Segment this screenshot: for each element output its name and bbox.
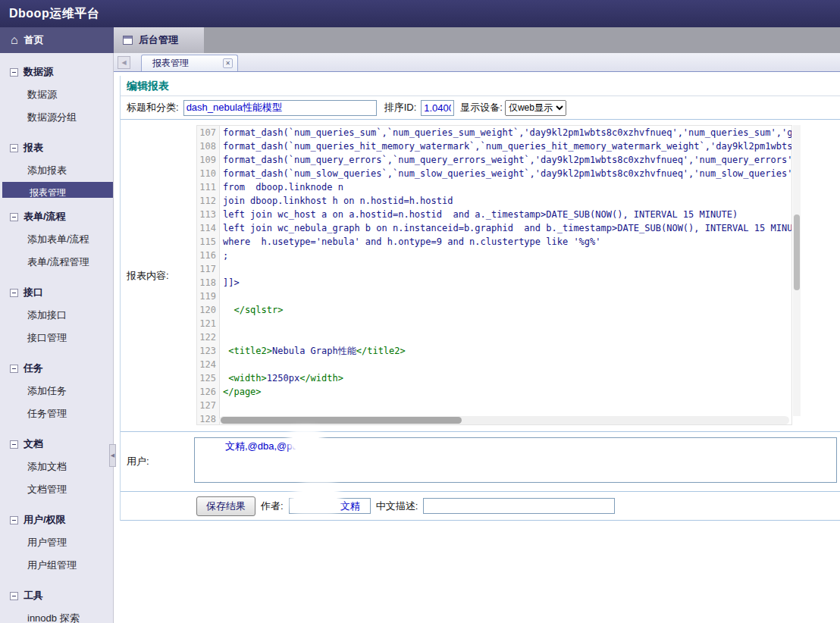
sidebar-section-header[interactable]: 数据源 xyxy=(0,61,113,83)
sidebar-item[interactable]: 添加任务 xyxy=(0,380,113,402)
code-line: format_dash(`num_queries_hit_memory_wate… xyxy=(223,139,791,153)
line-number: 111 xyxy=(197,180,216,194)
sidebar-section-header[interactable]: 表单/流程 xyxy=(0,205,113,228)
collapse-section-icon[interactable] xyxy=(10,365,18,373)
sidebar-section: 工具innodb 探索数据追踪 xyxy=(0,584,113,623)
sidebar-section-header[interactable]: 文档 xyxy=(0,433,113,456)
sidebar-section-label: 工具 xyxy=(24,589,43,603)
editor-gutter: 1071081091101111121131141151161171181191… xyxy=(197,126,220,424)
code-line: <width>1250px</width> xyxy=(223,371,791,385)
user-label: 用户: xyxy=(127,455,149,468)
code-line: join dboop.linkhost h on n.hostid=h.host… xyxy=(223,194,791,208)
redaction-overlay xyxy=(292,432,319,450)
edit-report-form: 编辑报表 标题和分类: 排序ID: 显示设备: 仅web显示 报表内容: 107… xyxy=(120,76,840,521)
editor-horizontal-scrollbar[interactable] xyxy=(219,416,789,424)
line-number: 127 xyxy=(197,399,216,412)
sidebar-section: 数据源数据源数据源分组 xyxy=(0,61,113,129)
line-number: 109 xyxy=(197,153,216,167)
collapse-section-icon[interactable] xyxy=(10,144,18,152)
code-line xyxy=(223,317,791,330)
form-row-user: 用户: xyxy=(121,432,840,492)
sidebar-section-header[interactable]: 任务 xyxy=(0,357,113,380)
line-number: 122 xyxy=(197,330,216,344)
code-editor[interactable]: 1071081091101111121131141151161171181191… xyxy=(196,125,792,425)
collapse-section-icon[interactable] xyxy=(10,68,18,77)
sidebar-section-label: 用户/权限 xyxy=(24,513,66,527)
app-window: Dboop运维平台 ⌂ 首页 后台管理 数据源数据源数据源分组报表添加报表报表管… xyxy=(0,0,840,623)
line-number: 107 xyxy=(197,126,216,139)
sidebar-item[interactable]: 添加接口 xyxy=(0,304,113,327)
sidebar-item[interactable]: 文档管理 xyxy=(0,478,113,501)
line-number: 114 xyxy=(197,221,216,235)
sidebar-item[interactable]: 报表管理 xyxy=(2,182,113,198)
topbar: Dboop运维平台 xyxy=(0,0,840,27)
code-line: left join wc_host a on a.hostid=n.hostid… xyxy=(223,208,791,221)
collapse-sidebar-handle[interactable]: ◀ xyxy=(109,444,116,467)
sidebar-item[interactable]: 任务管理 xyxy=(0,402,113,425)
content-area: 编辑报表 标题和分类: 排序ID: 显示设备: 仅web显示 报表内容: 107… xyxy=(114,72,840,623)
form-row-meta: 标题和分类: 排序ID: 显示设备: 仅web显示 xyxy=(121,96,840,120)
line-number: 117 xyxy=(197,262,216,276)
code-line xyxy=(223,330,791,344)
tab-report-management[interactable]: 报表管理 ✕ xyxy=(141,55,238,71)
code-line: left join wc_nebula_graph b on n.instanc… xyxy=(223,221,791,235)
code-line: </sqlstr> xyxy=(223,303,791,317)
collapse-section-icon[interactable] xyxy=(10,213,18,221)
save-button[interactable]: 保存结果 xyxy=(196,496,255,516)
sidebar-item[interactable]: 数据源分组 xyxy=(0,106,113,129)
code-line: ]]> xyxy=(223,276,791,290)
collapse-section-icon[interactable] xyxy=(10,592,18,600)
device-select[interactable]: 仅web显示 xyxy=(505,100,566,116)
sidebar-section: 接口添加接口接口管理 xyxy=(0,281,113,349)
nav-row: ⌂ 首页 后台管理 xyxy=(0,27,840,53)
editor-vertical-scrollbar[interactable] xyxy=(793,125,801,416)
sidebar-section-header[interactable]: 报表 xyxy=(0,136,113,159)
collapse-section-icon[interactable] xyxy=(10,516,18,524)
title-category-label: 标题和分类: xyxy=(127,101,179,114)
title-category-input[interactable] xyxy=(183,100,377,116)
sort-id-input[interactable] xyxy=(421,100,454,116)
line-number: 118 xyxy=(197,276,216,290)
sidebar-section-label: 表单/流程 xyxy=(24,210,66,224)
sidebar-item[interactable]: 添加文档 xyxy=(0,456,113,478)
code-line: format_dash(`num_query_errors`,`num_quer… xyxy=(223,153,791,167)
main-tab-label: 后台管理 xyxy=(139,33,178,47)
sidebar-section-label: 任务 xyxy=(24,362,43,375)
line-number: 116 xyxy=(197,249,216,262)
sidebar-item[interactable]: 数据源 xyxy=(0,83,113,106)
sidebar-item[interactable]: 接口管理 xyxy=(0,327,113,349)
sidebar-item[interactable]: 用户组管理 xyxy=(0,554,113,577)
desc-input[interactable] xyxy=(423,498,615,514)
subtab-bar: ◀ 报表管理 ✕ xyxy=(114,53,840,72)
main-tabstrip: 后台管理 xyxy=(114,27,840,53)
subtab-label: 报表管理 xyxy=(152,57,189,70)
code-line: format_dash(`num_slow_queries`,`num_slow… xyxy=(223,167,791,180)
tab-backend-admin[interactable]: 后台管理 xyxy=(114,27,204,53)
sidebar-section-label: 报表 xyxy=(24,141,43,155)
sidebar-item-home[interactable]: ⌂ 首页 xyxy=(0,27,114,53)
line-number: 108 xyxy=(197,139,216,153)
close-icon[interactable]: ✕ xyxy=(223,58,233,68)
sidebar-section-header[interactable]: 接口 xyxy=(0,281,113,304)
redaction-overlay xyxy=(302,486,334,498)
horizontal-scroll-thumb[interactable] xyxy=(221,417,462,424)
line-number: 110 xyxy=(197,167,216,180)
sidebar-item[interactable]: 添加表单/流程 xyxy=(0,228,113,251)
code-line: from dboop.linknode n xyxy=(223,180,791,194)
main-panel: ◀ 报表管理 ✕ 编辑报表 标题和分类: 排序ID: 显示设备: 仅web显示 xyxy=(114,53,840,623)
collapse-section-icon[interactable] xyxy=(10,289,18,297)
code-line: where h.usetype='nebula' and h.ontype=9 … xyxy=(223,235,791,249)
code-line: ; xyxy=(223,249,791,262)
sidebar-item[interactable]: 表单/流程管理 xyxy=(0,251,113,274)
tab-scroll-left-button[interactable]: ◀ xyxy=(118,56,130,69)
sidebar-item[interactable]: 添加报表 xyxy=(0,159,113,182)
vertical-scroll-thumb[interactable] xyxy=(794,214,800,290)
line-number: 115 xyxy=(197,235,216,249)
sidebar-section-header[interactable]: 工具 xyxy=(0,584,113,607)
form-title: 编辑报表 xyxy=(121,76,840,96)
sidebar-item[interactable]: 用户管理 xyxy=(0,531,113,554)
collapse-section-icon[interactable] xyxy=(10,440,18,449)
sidebar-item[interactable]: innodb 探索 xyxy=(0,607,113,623)
sidebar-section-header[interactable]: 用户/权限 xyxy=(0,509,113,531)
user-textarea[interactable] xyxy=(194,437,837,483)
